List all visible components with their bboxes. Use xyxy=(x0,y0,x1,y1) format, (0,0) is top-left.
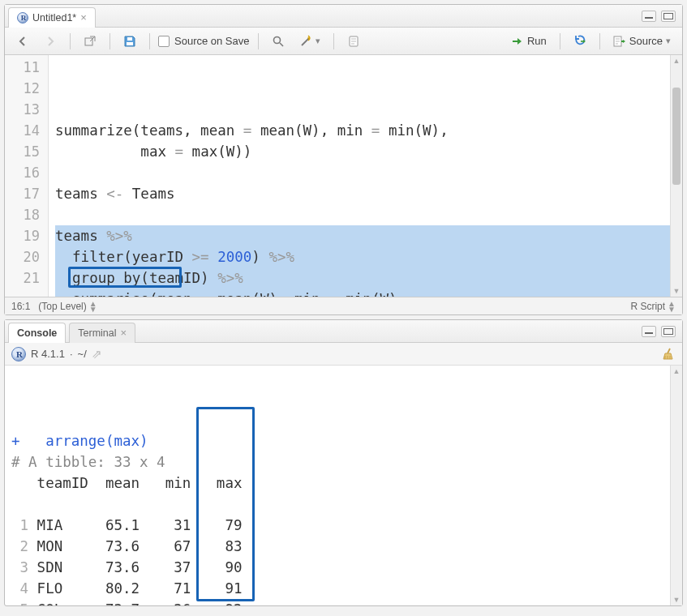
console-tab-label: Console xyxy=(17,327,57,339)
run-label: Run xyxy=(527,35,547,47)
console-line: 4 FLO 80.2 71 91 xyxy=(11,578,670,599)
close-tab-icon[interactable]: × xyxy=(80,11,87,24)
console-line: teamID mean min max xyxy=(11,473,670,494)
code-line[interactable]: teams %>% xyxy=(55,225,670,246)
notebook-icon xyxy=(347,35,360,48)
separator xyxy=(70,33,71,49)
rerun-button[interactable] xyxy=(569,32,591,50)
svg-rect-1 xyxy=(127,42,133,45)
source-status-bar: 16:1 (Top Level) ▲▼ R Script ▲▼ xyxy=(5,297,682,314)
code-line[interactable]: group_by(teamID) %>% xyxy=(55,267,670,289)
console-pane: Console Terminal × R 4.1.1 · ~/ ⇗ + arra… xyxy=(4,319,683,606)
close-tab-icon[interactable]: × xyxy=(121,327,127,339)
separator xyxy=(560,33,560,49)
console-line: + arrange(max) xyxy=(11,430,670,451)
source-on-save-label: Source on Save xyxy=(174,35,250,47)
minimize-pane-icon[interactable] xyxy=(642,326,656,337)
line-gutter: 1112131415161718192021 xyxy=(5,55,49,297)
working-directory: ~/ xyxy=(78,348,87,360)
rerun-icon xyxy=(573,35,586,48)
code-line[interactable] xyxy=(55,204,670,225)
code-line[interactable]: max = max(W)) xyxy=(55,141,670,162)
source-button-label: Source xyxy=(629,35,663,47)
console-output[interactable]: + arrange(max)# A tibble: 33 x 4 teamID … xyxy=(5,366,670,605)
minimize-pane-icon[interactable] xyxy=(642,11,656,22)
maximize-pane-icon[interactable] xyxy=(661,11,676,22)
r-version-label: R 4.1.1 xyxy=(31,348,65,360)
code-editor[interactable]: 1112131415161718192021 summarize(teams, … xyxy=(5,55,682,297)
source-button[interactable]: Source ▾ xyxy=(608,32,676,50)
terminal-tab-label: Terminal xyxy=(78,327,116,339)
sort-icon: ▲▼ xyxy=(668,301,676,312)
separator xyxy=(149,33,150,49)
cursor-position: 16:1 xyxy=(11,301,30,312)
arrow-right-icon xyxy=(44,35,57,48)
wand-icon xyxy=(299,35,312,48)
source-tab-title: Untitled1* xyxy=(32,12,76,24)
r-logo-icon xyxy=(11,347,26,361)
compile-report-button[interactable] xyxy=(342,32,365,50)
maximize-pane-icon[interactable] xyxy=(661,326,676,337)
source-tab-bar: Untitled1* × xyxy=(5,5,682,28)
source-toolbar: Source on Save ▾ Run Source ▾ xyxy=(5,28,682,55)
source-on-save-checkbox[interactable] xyxy=(158,36,170,47)
back-button[interactable] xyxy=(11,32,34,50)
console-tab-bar: Console Terminal × xyxy=(5,320,682,343)
console-line: 3 SDN 73.6 37 90 xyxy=(11,557,670,578)
show-in-new-window-button[interactable] xyxy=(79,32,101,50)
console-line: 1 MIA 65.1 31 79 xyxy=(11,515,670,536)
separator xyxy=(258,33,259,49)
console-scrollbar[interactable]: ▲ ▼ xyxy=(670,366,682,605)
code-tools-button[interactable]: ▾ xyxy=(294,32,325,50)
code-line[interactable]: summarize(teams, mean = mean(W), min = m… xyxy=(55,120,670,141)
separator xyxy=(333,33,334,49)
search-icon xyxy=(272,35,285,48)
find-button[interactable] xyxy=(267,32,290,50)
code-area[interactable]: summarize(teams, mean = mean(W), min = m… xyxy=(49,55,670,297)
scope-selector[interactable]: (Top Level) ▲▼ xyxy=(38,301,97,312)
svg-rect-2 xyxy=(127,37,132,41)
console-line: 5 COL 73.7 26 92 xyxy=(11,599,670,605)
separator xyxy=(599,33,600,49)
console-line xyxy=(11,494,670,515)
editor-scrollbar[interactable]: ▼ ▲ xyxy=(670,55,682,297)
console-line: 2 MON 73.6 67 83 xyxy=(11,536,670,557)
file-type-label: R Script xyxy=(630,301,665,312)
code-line[interactable]: teams <- Teams xyxy=(55,183,670,204)
share-icon[interactable]: ⇗ xyxy=(92,347,102,361)
save-icon xyxy=(123,35,136,48)
separator xyxy=(109,33,110,49)
terminal-tab[interactable]: Terminal × xyxy=(69,323,135,343)
console-line: # A tibble: 33 x 4 xyxy=(11,451,670,473)
save-button[interactable] xyxy=(118,32,141,50)
svg-point-3 xyxy=(273,36,280,43)
svg-rect-0 xyxy=(85,38,92,45)
wd-separator: · xyxy=(70,348,73,360)
arrow-left-icon xyxy=(16,35,29,48)
run-icon xyxy=(511,35,524,48)
code-line[interactable]: summarise(mean = mean(W), min = min(W), xyxy=(55,289,670,297)
code-line[interactable]: filter(yearID >= 2000) %>% xyxy=(55,246,670,267)
code-line[interactable] xyxy=(55,162,670,183)
scope-label: (Top Level) xyxy=(38,301,86,312)
source-tab[interactable]: Untitled1* × xyxy=(8,7,96,28)
scrollbar-thumb[interactable] xyxy=(672,88,681,185)
source-icon xyxy=(613,35,626,48)
forward-button[interactable] xyxy=(39,32,62,50)
popout-icon xyxy=(84,35,97,48)
clear-console-icon[interactable] xyxy=(661,347,676,361)
file-type-selector[interactable]: R Script ▲▼ xyxy=(630,301,676,312)
console-tab[interactable]: Console xyxy=(8,323,66,343)
sort-icon: ▲▼ xyxy=(89,301,97,312)
source-pane: Untitled1* × Source on Save xyxy=(4,4,683,315)
console-subheader: R 4.1.1 · ~/ ⇗ xyxy=(5,343,682,366)
run-button[interactable]: Run xyxy=(506,32,552,50)
r-file-icon xyxy=(17,12,28,24)
